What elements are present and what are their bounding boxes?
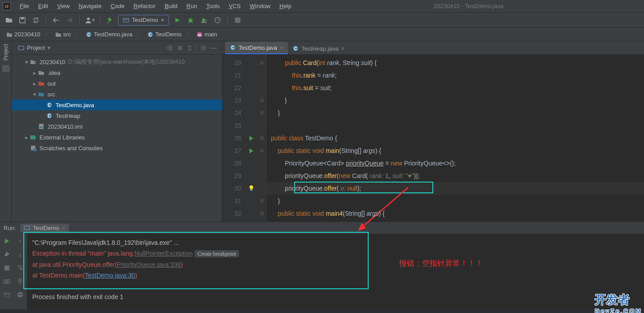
- tree-item-TestHeap[interactable]: CTestHeap: [12, 110, 222, 121]
- svg-rect-37: [4, 280, 9, 283]
- fold-column[interactable]: ⊟⊟⊟⊟⊟⊟⊟: [257, 55, 266, 222]
- menu-vcs[interactable]: VCS: [224, 1, 245, 11]
- editor-area: CTestDemo.java×CTestHeap.java× 202122232…: [222, 41, 644, 222]
- open-icon[interactable]: [4, 15, 14, 26]
- svg-rect-15: [18, 46, 24, 50]
- editor-tab-TestDemo.java[interactable]: CTestDemo.java×: [225, 42, 288, 54]
- bookmarks-tool-button[interactable]: [2, 65, 9, 72]
- crumb-TestDemo[interactable]: CTestDemo: [144, 30, 184, 39]
- window-title: 20230410 - TestDemo.java: [296, 3, 641, 9]
- hammer-icon[interactable]: [104, 15, 115, 26]
- menu-file[interactable]: File: [15, 1, 34, 11]
- tree-item-TestDemo.java[interactable]: CTestDemo.java: [12, 100, 222, 110]
- expand-all-icon[interactable]: [175, 43, 185, 53]
- svg-rect-26: [30, 135, 32, 139]
- run-config-label: TestDemo: [132, 17, 158, 23]
- svg-rect-3: [123, 18, 129, 22]
- rerun-icon[interactable]: [2, 236, 11, 245]
- project-tool-button[interactable]: Project: [3, 44, 9, 61]
- wrench-icon[interactable]: [2, 250, 11, 259]
- code-editor[interactable]: 20212223242526272829303132 💡 ⊟⊟⊟⊟⊟⊟⊟ pub…: [222, 55, 644, 222]
- menu-tools[interactable]: Tools: [202, 1, 224, 11]
- run-tab[interactable]: TestDemo ×: [20, 224, 69, 232]
- save-icon[interactable]: [17, 15, 28, 26]
- editor-tabs: CTestDemo.java×CTestHeap.java×: [222, 41, 644, 55]
- print-icon[interactable]: [16, 290, 25, 299]
- tree-item-out[interactable]: ▸out: [12, 78, 222, 89]
- svg-rect-8: [235, 17, 240, 23]
- close-icon[interactable]: ×: [280, 44, 283, 51]
- svg-text:C: C: [87, 32, 91, 37]
- svg-text:m: m: [198, 33, 201, 37]
- sync-icon[interactable]: [30, 15, 41, 26]
- menu-run[interactable]: Run: [182, 1, 202, 11]
- menu-edit[interactable]: Edit: [34, 1, 52, 11]
- tree-item-.idea[interactable]: ▸.idea: [12, 67, 222, 78]
- svg-rect-25: [40, 126, 43, 128]
- console-output[interactable]: "C:\Program Files\Java\jdk1.8.0_192\bin\…: [27, 234, 644, 309]
- app-icon: IJ: [3, 2, 11, 10]
- menu-code[interactable]: Code: [106, 1, 129, 11]
- svg-text:C: C: [294, 46, 297, 51]
- user-icon[interactable]: ▾: [84, 15, 95, 26]
- camera-icon[interactable]: [2, 277, 11, 286]
- main-toolbar: ▾ TestDemo ▾: [0, 13, 644, 28]
- stop-icon[interactable]: [232, 15, 243, 26]
- svg-text:C: C: [48, 113, 51, 118]
- annotation-text: 报错：空指针异常！！！: [399, 258, 483, 269]
- svg-text:C: C: [48, 103, 51, 108]
- svg-rect-39: [4, 292, 10, 297]
- tree-item-20230410.iml[interactable]: 20230410.iml: [12, 121, 222, 132]
- project-view-selector[interactable]: Project ▾: [15, 43, 53, 52]
- forward-icon[interactable]: [64, 15, 75, 26]
- tree-item-External Libraries[interactable]: ▸External Libraries: [12, 132, 222, 143]
- menu-window[interactable]: Window: [245, 1, 275, 11]
- svg-point-17: [170, 47, 171, 48]
- svg-rect-4: [124, 19, 128, 20]
- breadcrumb: 20230410〉src〉CTestDemo.java〉CTestDemo〉mm…: [0, 28, 644, 41]
- layout-icon[interactable]: [2, 290, 11, 299]
- tree-item-20230410[interactable]: ▾20230410D:\编程专用\java-warehouse(本地)\2023…: [12, 57, 222, 67]
- run-icon[interactable]: [172, 15, 183, 26]
- menu-help[interactable]: Help: [275, 1, 296, 11]
- menu-bar: IJ FileEditViewNavigateCodeRefactorBuild…: [0, 0, 644, 13]
- profile-icon[interactable]: [212, 15, 223, 26]
- watermark: 开发者 DevZe.COM: [595, 292, 642, 313]
- run-label: Run:: [4, 225, 16, 231]
- close-icon[interactable]: ×: [341, 45, 345, 52]
- tree-item-Scratches and Consoles[interactable]: Scratches and Consoles: [12, 143, 222, 153]
- debug-icon[interactable]: [185, 15, 196, 26]
- svg-point-38: [6, 281, 8, 283]
- tree-item-src[interactable]: ▾src: [12, 89, 222, 100]
- coverage-icon[interactable]: [199, 15, 209, 26]
- crumb-main[interactable]: mmain: [194, 30, 220, 39]
- svg-point-2: [87, 17, 90, 20]
- line-number-gutter[interactable]: 20212223242526272829303132: [222, 55, 245, 222]
- svg-rect-27: [32, 135, 34, 139]
- svg-point-18: [202, 47, 205, 49]
- gutter-icons[interactable]: 💡: [245, 55, 257, 222]
- svg-rect-36: [4, 265, 9, 270]
- editor-tab-TestHeap.java[interactable]: CTestHeap.java×: [288, 43, 349, 54]
- stop-run-icon[interactable]: [2, 263, 11, 272]
- menu-build[interactable]: Build: [160, 1, 182, 11]
- svg-text:C: C: [231, 45, 234, 50]
- run-configuration-selector[interactable]: TestDemo ▾: [118, 15, 169, 26]
- back-icon[interactable]: [51, 15, 61, 26]
- svg-rect-6: [201, 22, 207, 23]
- menu-refactor[interactable]: Refactor: [129, 1, 160, 11]
- crumb-TestDemo.java[interactable]: CTestDemo.java: [83, 30, 135, 39]
- collapse-all-icon[interactable]: [185, 43, 195, 53]
- crumb-20230410[interactable]: 20230410: [4, 30, 43, 39]
- crumb-src[interactable]: src: [52, 30, 74, 39]
- menu-navigate[interactable]: Navigate: [74, 1, 106, 11]
- hide-icon[interactable]: —: [209, 43, 218, 53]
- project-tree[interactable]: ▾20230410D:\编程专用\java-warehouse(本地)\2023…: [12, 55, 222, 155]
- svg-rect-1: [21, 17, 24, 19]
- svg-rect-19: [34, 62, 36, 64]
- run-actions-primary: [0, 234, 13, 309]
- select-opened-file-icon[interactable]: [165, 43, 175, 53]
- gear-icon[interactable]: [199, 43, 209, 53]
- menu-view[interactable]: View: [52, 1, 74, 11]
- code-content[interactable]: public Card(int rank, String suit) { thi…: [266, 55, 644, 222]
